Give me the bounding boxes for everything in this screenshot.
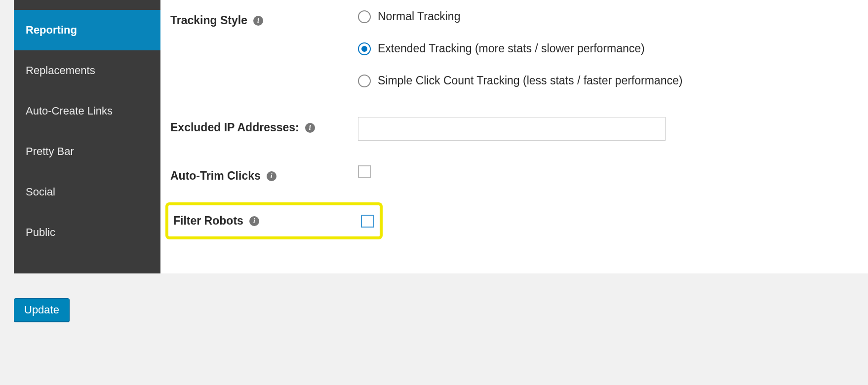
- filter-robots-label: Filter Robots i: [168, 214, 361, 228]
- auto-trim-label: Auto-Trim Clicks i: [170, 165, 358, 183]
- tracking-style-row: Tracking Style i Normal Tracking Extende…: [170, 10, 868, 87]
- settings-content: Tracking Style i Normal Tracking Extende…: [160, 0, 868, 273]
- excluded-ips-row: Excluded IP Addresses: i: [170, 117, 868, 141]
- radio-label: Simple Click Count Tracking (less stats …: [378, 74, 682, 87]
- sidebar-item-reporting[interactable]: Reporting: [14, 10, 160, 50]
- info-icon[interactable]: i: [253, 16, 263, 26]
- footer: Update: [0, 273, 868, 322]
- info-icon[interactable]: i: [305, 123, 315, 133]
- excluded-ips-label: Excluded IP Addresses: i: [170, 117, 358, 134]
- radio-dot: [361, 46, 367, 52]
- radio-circle: [358, 42, 371, 55]
- sidebar-item-public[interactable]: Public: [14, 212, 160, 253]
- auto-trim-label-text: Auto-Trim Clicks: [170, 169, 261, 183]
- excluded-ips-label-text: Excluded IP Addresses:: [170, 121, 299, 134]
- tracking-style-label-text: Tracking Style: [170, 14, 247, 27]
- radio-circle: [358, 10, 371, 23]
- radio-label: Normal Tracking: [378, 10, 460, 23]
- filter-robots-checkbox[interactable]: [361, 215, 374, 228]
- filter-robots-highlight: Filter Robots i: [165, 202, 383, 239]
- info-icon[interactable]: i: [249, 216, 259, 226]
- update-button[interactable]: Update: [14, 298, 70, 322]
- sidebar-item-pretty-bar[interactable]: Pretty Bar: [14, 131, 160, 172]
- sidebar-item-social[interactable]: Social: [14, 172, 160, 212]
- filter-robots-label-text: Filter Robots: [173, 214, 243, 228]
- radio-normal-tracking[interactable]: Normal Tracking: [358, 10, 682, 23]
- excluded-ips-input[interactable]: [358, 117, 666, 141]
- tracking-style-radio-group: Normal Tracking Extended Tracking (more …: [358, 10, 682, 87]
- auto-trim-row: Auto-Trim Clicks i: [170, 165, 868, 183]
- tracking-style-label: Tracking Style i: [170, 10, 358, 27]
- radio-simple-tracking[interactable]: Simple Click Count Tracking (less stats …: [358, 74, 682, 87]
- radio-circle: [358, 75, 371, 87]
- sidebar-spacer: [14, 0, 160, 10]
- radio-label: Extended Tracking (more stats / slower p…: [378, 42, 645, 55]
- sidebar-item-replacements[interactable]: Replacements: [14, 50, 160, 91]
- sidebar-item-auto-create-links[interactable]: Auto-Create Links: [14, 91, 160, 131]
- info-icon[interactable]: i: [267, 171, 276, 181]
- auto-trim-checkbox[interactable]: [358, 165, 371, 178]
- radio-extended-tracking[interactable]: Extended Tracking (more stats / slower p…: [358, 42, 682, 55]
- settings-sidebar: Reporting Replacements Auto-Create Links…: [14, 0, 160, 273]
